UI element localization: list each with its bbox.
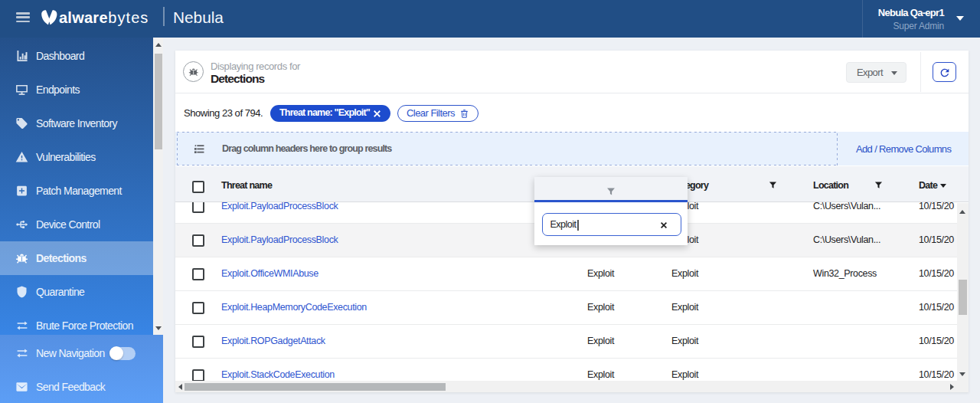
svg-text:alware: alware (59, 9, 108, 26)
svg-text:bytes: bytes (108, 9, 149, 26)
